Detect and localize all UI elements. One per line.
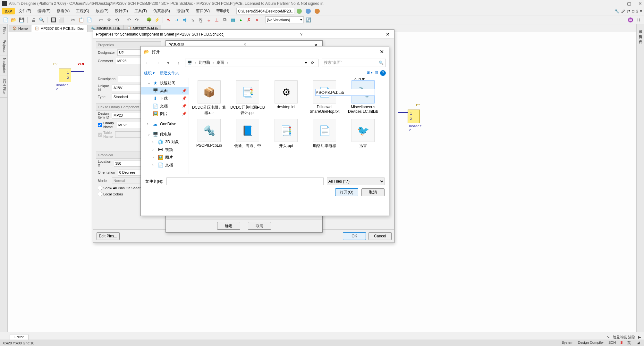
help-button[interactable]: ?	[300, 32, 308, 37]
breadcrumb-0[interactable]: 此电脑	[199, 60, 210, 65]
props-ok-button[interactable]: OK	[343, 232, 366, 240]
tab-home[interactable]: 🏠Home	[9, 25, 31, 32]
toolbar-right-4[interactable]: □	[632, 9, 634, 13]
menu-window[interactable]: 窗口(W)	[193, 8, 212, 14]
tree-desktop[interactable]: 🖥️桌面📌	[141, 87, 189, 95]
status-design-compiler[interactable]: Design Compiler	[578, 341, 604, 345]
status-system[interactable]: System	[562, 341, 573, 345]
menu-help[interactable]: 帮助(H)	[214, 8, 232, 14]
breadcrumb-dropdown[interactable]: ▾	[305, 61, 307, 65]
file-open-button[interactable]: 打开(O)	[335, 188, 358, 196]
file-item-desktop-ini[interactable]: ⚙desktop.ini	[268, 80, 304, 116]
menu-dropdown-3[interactable]	[315, 9, 320, 14]
edit-pins-button[interactable]: Edit Pins...	[97, 232, 120, 240]
sheet-icon[interactable]: ▦	[229, 16, 236, 23]
undo-icon[interactable]: ↶	[125, 16, 132, 23]
file-item-ppt1[interactable]: 📑DCDC开关电源PCB设计.ppt	[230, 80, 265, 116]
select-icon[interactable]: ▭	[97, 16, 105, 23]
menu-design[interactable]: 设计(D)	[112, 8, 131, 14]
move-icon[interactable]: ✥	[106, 16, 113, 23]
close-properties-button[interactable]: ✕	[384, 32, 392, 37]
file-item-intlib[interactable]: 🔧Miscellaneous Devices LC.IntLib	[345, 80, 381, 116]
fit-icon[interactable]: ⬜	[58, 16, 65, 23]
netlist-icon[interactable]: ∿	[165, 16, 172, 23]
tree-this-pc[interactable]: ⌄🖥️此电脑	[141, 130, 189, 138]
refresh-icon[interactable]: 🔄	[305, 16, 312, 23]
toolbar-right-1[interactable]: 🔧	[614, 9, 619, 13]
tree-3d-objects[interactable]: ›🧊3D 对象	[141, 138, 189, 146]
breadcrumb-bar[interactable]: 🖥️ › 此电脑 › 桌面 › ▾ ⟳	[185, 59, 318, 67]
pcb-cancel-button[interactable]: 取消	[248, 222, 271, 230]
file-help-button[interactable]: ?	[380, 70, 386, 76]
tree-documents[interactable]: 📄文档📌	[141, 102, 189, 110]
print-icon[interactable]: 🖨	[30, 16, 37, 23]
paste-icon[interactable]: 📄	[86, 16, 93, 23]
minimize-button[interactable]: —	[615, 1, 620, 6]
tab-sch-filter[interactable]: SCH Filter	[0, 76, 7, 98]
tree-documents-2[interactable]: ›📄文档	[141, 161, 189, 169]
tab-projects[interactable]: Projects	[0, 37, 7, 55]
nav-up-button[interactable]: ↑	[175, 59, 182, 66]
nav-forward-button[interactable]: →	[154, 59, 161, 66]
resize-grip-icon[interactable]: ◢	[637, 341, 640, 345]
stop-sim-icon[interactable]: ⏸	[635, 16, 642, 23]
tree-pictures[interactable]: 🖼️图片📌	[141, 110, 189, 118]
busentry-icon[interactable]: ↘	[189, 16, 196, 23]
new-folder-button[interactable]: 新建文件夹	[160, 70, 179, 76]
noerc-icon[interactable]: ✗	[245, 16, 252, 23]
editor-tab[interactable]: Editor	[10, 334, 29, 340]
ime-lang[interactable]: 英 ‚	[627, 341, 633, 345]
menu-simulator[interactable]: 仿真器(S)	[151, 8, 173, 14]
tree-downloads[interactable]: ⬇下载📌	[141, 95, 189, 102]
file-item-xunlei[interactable]: 🐦迅雷	[345, 119, 381, 149]
open-icon[interactable]: 📂	[10, 16, 17, 23]
path-field[interactable]: C:\Users\55464\Desktop\MP23…	[236, 8, 294, 14]
tree-quick-access[interactable]: ⌄★快速访问	[141, 79, 189, 87]
hierarchy-icon[interactable]: 🌳	[145, 16, 152, 23]
show-all-pins-check[interactable]	[98, 186, 102, 190]
redo-icon[interactable]: ↷	[133, 16, 140, 23]
nav-refresh-button[interactable]: ⟳	[309, 61, 316, 65]
toolbar-right-6[interactable]: ≡	[640, 9, 642, 13]
menu-dropdown-1[interactable]	[297, 9, 302, 14]
cut-icon[interactable]: ✂	[70, 16, 77, 23]
file-grid[interactable]: 3.PDF 📦DCDC分压电阻计算器.rar 📑DCDC开关电源PCB设计.pp…	[189, 78, 389, 174]
tree-onedrive[interactable]: ›☁OneDrive	[141, 120, 189, 128]
libname-check[interactable]	[98, 123, 102, 127]
mask-level-label[interactable]: 遮盖等级 清除	[613, 335, 635, 340]
simulate-icon[interactable]: ♒	[627, 16, 634, 23]
tab-schdoc[interactable]: 📋MP2307 SCH PCB.SchDoc	[31, 25, 87, 32]
maximize-button[interactable]: ▢	[627, 1, 631, 6]
organize-button[interactable]: 组织 ▾	[144, 70, 155, 76]
preview-pane-button[interactable]: ▥	[375, 70, 378, 76]
breadcrumb-1[interactable]: 桌面	[216, 60, 224, 65]
cursor-icon[interactable]: ↘	[607, 335, 610, 339]
tree-pictures-2[interactable]: ›🖼️图片	[141, 153, 189, 161]
junction-icon[interactable]: ×	[253, 16, 260, 23]
dxp-menu-button[interactable]: DXP	[2, 8, 15, 14]
port-icon[interactable]: ▸	[237, 16, 244, 23]
nav-recent-button[interactable]: ▾	[165, 59, 172, 66]
tab-clipboard[interactable]: 剪贴板	[637, 29, 644, 35]
variations-dropdown[interactable]: [No Variations]▾	[265, 16, 304, 23]
new-icon[interactable]: 📄	[2, 16, 9, 23]
pcb-confirm-button[interactable]: 确定	[217, 222, 240, 230]
part-icon[interactable]: ⧉	[221, 16, 228, 23]
menu-tools[interactable]: 工具(T)	[132, 8, 149, 14]
toolbar-right-2[interactable]: 🖊	[621, 9, 625, 13]
file-item-pcblib[interactable]: 🔩PSOP8.PcbLib	[191, 119, 227, 149]
save-icon[interactable]: 💾	[18, 16, 25, 23]
tab-libraries[interactable]: 元件库	[637, 35, 644, 40]
close-file-dialog-button[interactable]: ✕	[378, 47, 386, 56]
view-mode-button[interactable]: ⊞ ▾	[367, 70, 373, 76]
power-gnd-icon[interactable]: ⊥	[213, 16, 220, 23]
toolbar-right-3[interactable]: ⇄	[627, 9, 630, 13]
file-item-txt[interactable]: 📄DHuawei ShareOneHop.txt	[307, 80, 342, 116]
menu-dropdown-2[interactable]	[306, 9, 311, 14]
netlabel-icon[interactable]: N̲	[197, 16, 204, 23]
file-cancel-button[interactable]: 取消	[361, 188, 385, 196]
file-filter-select[interactable]: All Files (*.*)	[327, 177, 385, 185]
close-window-button[interactable]: ✕	[638, 1, 642, 6]
tree-videos[interactable]: ›🎞视频	[141, 146, 189, 153]
file-item-rar[interactable]: 📦DCDC分压电阻计算器.rar	[191, 80, 227, 116]
